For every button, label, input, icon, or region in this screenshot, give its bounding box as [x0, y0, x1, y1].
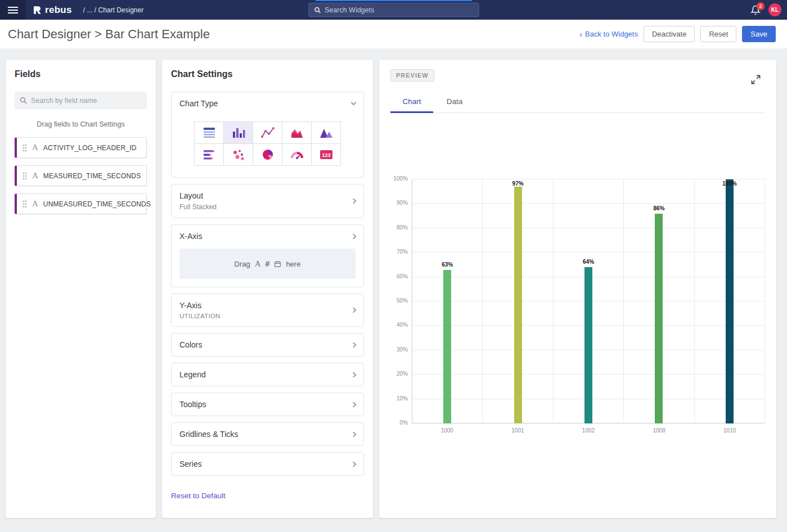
drag-handle-icon[interactable] — [23, 200, 27, 208]
field-item-activity-log-header-id[interactable]: A ACTIVITY_LOG_HEADER_ID — [15, 137, 147, 158]
global-search-input[interactable] — [325, 6, 473, 14]
legend-label: Legend — [179, 370, 352, 379]
field-item-unmeasured-time-seconds[interactable]: A UNMEASURED_TIME_SECONDS — [15, 193, 147, 214]
save-button[interactable]: Save — [742, 26, 776, 42]
chevron-right-icon — [351, 342, 357, 348]
back-to-widgets-link[interactable]: ‹ Back to Widgets — [579, 30, 638, 38]
chart-band: 97% — [483, 179, 553, 423]
chevron-right-icon — [351, 308, 357, 313]
svg-text:123: 123 — [322, 152, 330, 158]
chart-type-scatter[interactable] — [224, 144, 253, 166]
chart-type-peak[interactable] — [312, 122, 341, 144]
chart-bar-1010[interactable] — [726, 179, 734, 423]
x-axis-row[interactable]: X-Axis — [172, 225, 363, 247]
fields-panel-title: Fields — [15, 69, 147, 79]
chart-bands: 63%97%64%86%100% — [412, 179, 765, 423]
chart-settings-panel: Chart Settings Chart Type — [162, 60, 373, 518]
chart-band: 86% — [624, 179, 694, 423]
chart-type-table[interactable] — [195, 122, 224, 144]
area-chart-icon — [290, 127, 304, 139]
chart-type-bar[interactable] — [224, 122, 253, 144]
text-type-icon: A — [32, 199, 38, 209]
peak-chart-icon — [320, 127, 333, 139]
chart-type-pie[interactable] — [253, 144, 282, 166]
table-chart-icon — [203, 127, 216, 139]
field-item-measured-time-seconds[interactable]: A MEASURED_TIME_SECONDS — [15, 165, 147, 186]
bar-value-label: 97% — [512, 181, 524, 187]
rebus-logo-icon — [33, 6, 42, 15]
fields-panel: Fields Drag fields to Chart Settings A A… — [6, 60, 156, 518]
bar-chart-icon — [232, 127, 245, 139]
y-axis-tick: 60% — [397, 273, 408, 279]
drag-handle-icon[interactable] — [23, 172, 27, 180]
global-search[interactable] — [308, 3, 479, 17]
chart-type-line[interactable] — [253, 122, 282, 144]
field-search[interactable] — [15, 92, 147, 109]
chevron-right-icon — [351, 199, 357, 204]
page-title: Chart Designer > Bar Chart Example — [8, 27, 210, 42]
drag-handle-icon[interactable] — [23, 144, 27, 152]
y-axis-row[interactable]: Y-Axis UTILIZATION — [172, 294, 363, 326]
dropzone-here-label: here — [286, 260, 300, 268]
y-axis-tick: 0% — [400, 420, 408, 426]
y-axis-tick: 10% — [397, 395, 408, 402]
preview-tabs: Chart Data — [390, 91, 765, 113]
gridlines-ticks-row[interactable]: Gridlines & Ticks — [172, 423, 363, 445]
chart-type-header[interactable]: Chart Type — [172, 92, 363, 115]
field-item-label: MEASURED_TIME_SECONDS — [43, 172, 141, 180]
notification-count-badge: 2 — [757, 2, 764, 10]
field-search-input[interactable] — [31, 97, 142, 105]
top-navbar: rebus / ... / Chart Designer 2 KL — [0, 0, 787, 20]
breadcrumb[interactable]: / ... / Chart Designer — [83, 6, 143, 14]
user-avatar[interactable]: KL — [768, 3, 781, 16]
chart-bar-1002[interactable] — [584, 267, 592, 423]
pie-chart-icon — [261, 148, 275, 161]
layout-row[interactable]: Layout Full Stacked — [172, 184, 363, 218]
x-axis-label: X-Axis — [179, 232, 352, 241]
preview-badge: PREVIEW — [390, 69, 434, 82]
chart-plot: 63%97%64%86%100% — [412, 179, 765, 423]
reset-to-default-link[interactable]: Reset to Default — [171, 492, 226, 500]
layout-label: Layout — [179, 191, 352, 200]
series-section: Series — [171, 452, 364, 476]
y-axis: 0%10%20%30%40%50%60%70%80%90%100% — [390, 179, 412, 423]
x-axis-dropzone[interactable]: Drag A # here — [179, 249, 356, 279]
chart-type-number[interactable]: 123 — [312, 144, 341, 166]
chevron-right-icon — [351, 233, 357, 239]
tooltips-row[interactable]: Tooltips — [172, 393, 363, 416]
x-axis-tick: 1000 — [412, 427, 483, 434]
gridlines-ticks-label: Gridlines & Ticks — [179, 430, 352, 439]
tab-chart[interactable]: Chart — [390, 91, 433, 113]
chart-type-horizontal-bar[interactable] — [195, 144, 224, 166]
hamburger-menu-button[interactable] — [0, 0, 26, 20]
page-header: Chart Designer > Bar Chart Example ‹ Bac… — [0, 20, 787, 48]
rebus-logo[interactable]: rebus — [33, 4, 72, 16]
reset-button[interactable]: Reset — [700, 26, 736, 42]
bar-value-label: 100% — [722, 181, 737, 187]
field-item-label: UNMEASURED_TIME_SECONDS — [43, 200, 151, 208]
x-axis-tick: 1002 — [553, 427, 624, 434]
chart-type-area[interactable] — [282, 122, 312, 144]
x-axis-tick: 1008 — [624, 427, 695, 434]
x-axis-tick: 1001 — [483, 427, 554, 434]
chart-bar-1001[interactable] — [514, 187, 522, 423]
logo-text: rebus — [45, 4, 72, 16]
expand-preview-button[interactable] — [747, 71, 764, 88]
deactivate-button[interactable]: Deactivate — [644, 26, 695, 42]
text-type-icon: A — [255, 259, 261, 269]
dropzone-drag-label: Drag — [235, 260, 250, 268]
y-axis-tick: 90% — [397, 200, 408, 206]
preview-panel: PREVIEW Chart Data 0%10%20%30%40%50%60%7… — [379, 60, 776, 518]
chart-type-gauge[interactable] — [282, 144, 312, 166]
chart-bar-1000[interactable] — [443, 270, 451, 423]
tab-data[interactable]: Data — [433, 91, 476, 113]
gridlines-ticks-section: Gridlines & Ticks — [171, 422, 364, 446]
chart-bar-1008[interactable] — [655, 214, 663, 423]
legend-row[interactable]: Legend — [172, 363, 363, 386]
x-axis-section: X-Axis Drag A # here — [171, 224, 364, 287]
colors-row[interactable]: Colors — [172, 333, 363, 356]
text-type-icon: A — [32, 171, 38, 181]
series-row[interactable]: Series — [172, 453, 363, 475]
horizontal-bar-chart-icon — [203, 148, 216, 161]
notifications-button[interactable]: 2 — [750, 5, 761, 15]
